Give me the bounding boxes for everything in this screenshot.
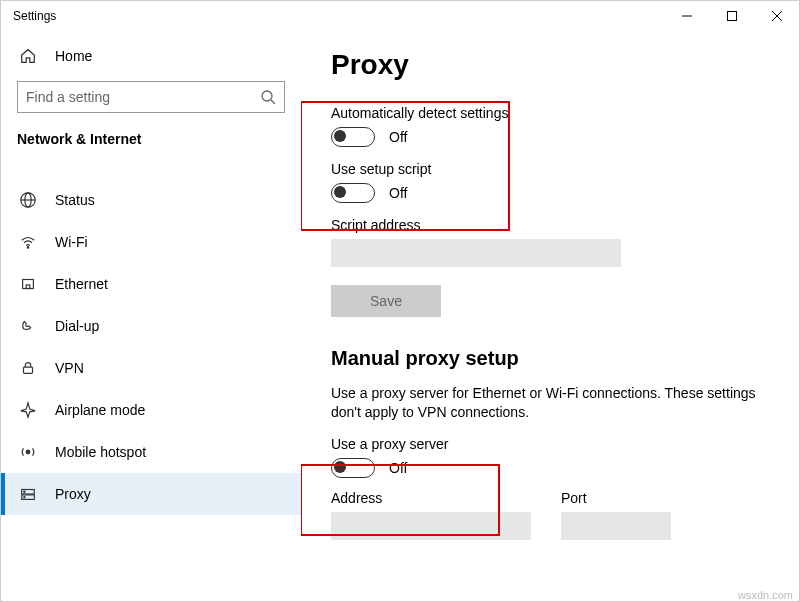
toggle-knob <box>334 461 346 473</box>
settings-window: Settings Home <box>0 0 800 602</box>
svg-line-5 <box>271 100 275 104</box>
wifi-icon <box>19 233 37 251</box>
save-button[interactable]: Save <box>331 285 441 317</box>
auto-detect-toggle[interactable] <box>331 127 375 147</box>
titlebar: Settings <box>1 1 799 31</box>
home-icon <box>19 47 37 65</box>
maximize-icon <box>727 11 737 21</box>
setup-script-label: Use setup script <box>331 161 779 177</box>
svg-point-4 <box>262 91 272 101</box>
sidebar-item-dialup[interactable]: Dial-up <box>1 305 301 347</box>
manual-setup-desc: Use a proxy server for Ethernet or Wi-Fi… <box>331 384 761 422</box>
address-port-row: Address Port <box>331 484 779 540</box>
address-label: Address <box>331 490 531 506</box>
sidebar-item-label: Airplane mode <box>55 402 145 418</box>
address-input[interactable] <box>331 512 531 540</box>
script-address-label: Script address <box>331 217 779 233</box>
vpn-icon <box>19 359 37 377</box>
sidebar-item-hotspot[interactable]: Mobile hotspot <box>1 431 301 473</box>
sidebar-item-airplane[interactable]: Airplane mode <box>1 389 301 431</box>
use-proxy-label: Use a proxy server <box>331 436 779 452</box>
home-label: Home <box>55 48 92 64</box>
hotspot-icon <box>19 443 37 461</box>
airplane-icon <box>19 401 37 419</box>
watermark: wsxdn.com <box>738 589 793 601</box>
setup-script-state: Off <box>389 185 407 201</box>
svg-rect-10 <box>23 280 34 289</box>
sidebar-item-label: Mobile hotspot <box>55 444 146 460</box>
sidebar: Home Network & Internet Status Wi-Fi <box>1 31 301 601</box>
svg-point-13 <box>26 450 30 454</box>
proxy-icon <box>19 485 37 503</box>
page-title: Proxy <box>331 49 779 81</box>
home-link[interactable]: Home <box>1 39 301 81</box>
dialup-icon <box>19 317 37 335</box>
nav: Status Wi-Fi Ethernet Dial-up VPN <box>1 179 301 515</box>
sidebar-item-label: VPN <box>55 360 84 376</box>
use-proxy-row: Off <box>331 458 779 478</box>
body: Home Network & Internet Status Wi-Fi <box>1 31 799 601</box>
toggle-knob <box>334 130 346 142</box>
minimize-icon <box>682 11 692 21</box>
setup-script-row: Off <box>331 183 779 203</box>
globe-icon <box>19 191 37 209</box>
port-input[interactable] <box>561 512 671 540</box>
auto-detect-state: Off <box>389 129 407 145</box>
port-label: Port <box>561 490 671 506</box>
content: Proxy Automatically detect settings Off … <box>301 31 799 601</box>
toggle-knob <box>334 186 346 198</box>
use-proxy-state: Off <box>389 460 407 476</box>
svg-rect-1 <box>727 12 736 21</box>
sidebar-item-proxy[interactable]: Proxy <box>1 473 301 515</box>
setup-script-toggle[interactable] <box>331 183 375 203</box>
sidebar-item-vpn[interactable]: VPN <box>1 347 301 389</box>
svg-point-17 <box>24 497 25 498</box>
script-address-input[interactable] <box>331 239 621 267</box>
window-title: Settings <box>13 9 56 23</box>
manual-setup-title: Manual proxy setup <box>331 347 779 370</box>
svg-rect-12 <box>24 367 33 373</box>
sidebar-item-status[interactable]: Status <box>1 179 301 221</box>
svg-rect-11 <box>26 285 30 289</box>
close-icon <box>772 11 782 21</box>
maximize-button[interactable] <box>709 1 754 31</box>
sidebar-item-label: Wi-Fi <box>55 234 88 250</box>
auto-detect-row: Off <box>331 127 779 147</box>
search-input[interactable] <box>26 89 260 105</box>
sidebar-item-label: Proxy <box>55 486 91 502</box>
search-box[interactable] <box>17 81 285 113</box>
sidebar-item-wifi[interactable]: Wi-Fi <box>1 221 301 263</box>
auto-detect-label: Automatically detect settings <box>331 105 779 121</box>
use-proxy-toggle[interactable] <box>331 458 375 478</box>
ethernet-icon <box>19 275 37 293</box>
svg-point-16 <box>24 491 25 492</box>
sidebar-item-ethernet[interactable]: Ethernet <box>1 263 301 305</box>
minimize-button[interactable] <box>664 1 709 31</box>
category-title: Network & Internet <box>1 131 301 161</box>
svg-point-9 <box>27 247 28 248</box>
sidebar-item-label: Ethernet <box>55 276 108 292</box>
window-controls <box>664 1 799 31</box>
close-button[interactable] <box>754 1 799 31</box>
sidebar-item-label: Status <box>55 192 95 208</box>
search-icon <box>260 89 276 105</box>
sidebar-item-label: Dial-up <box>55 318 99 334</box>
